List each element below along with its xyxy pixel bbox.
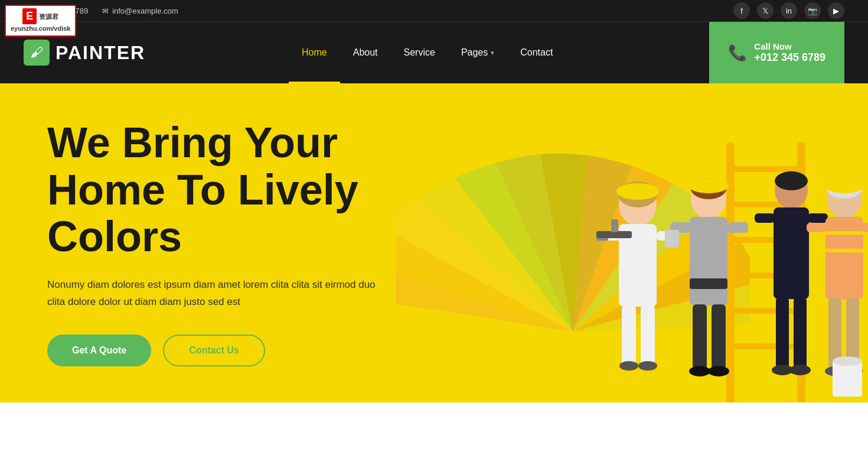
logo-text: PAINTER	[56, 42, 145, 64]
svg-rect-36	[755, 213, 775, 223]
svg-point-34	[775, 171, 808, 190]
svg-rect-15	[641, 306, 655, 365]
hero-buttons: Get A Quote Contact Us	[47, 335, 431, 366]
call-cta[interactable]: 📞 Call Now +012 345 6789	[709, 22, 844, 84]
hero-section: We Bring Your Home To Lively Colors Nonu…	[0, 83, 868, 402]
call-cta-text: Call Now +012 345 6789	[754, 41, 825, 64]
nav-item-home[interactable]: Home	[289, 22, 340, 84]
facebook-icon[interactable]: f	[733, 2, 750, 19]
svg-rect-58	[611, 219, 618, 232]
topbar-email: ✉ info@example.com	[102, 7, 178, 15]
svg-rect-26	[665, 230, 679, 248]
get-quote-button[interactable]: Get A Quote	[47, 335, 151, 366]
svg-rect-23	[690, 278, 727, 289]
topbar: 📞 +012 345 6789 ✉ info@example.com f 𝕏 i…	[0, 0, 868, 21]
navbar: 🖌 PAINTER Home About Service Pages ▾ Con…	[0, 21, 868, 83]
chevron-down-icon: ▾	[491, 49, 494, 57]
hero-content: We Bring Your Home To Lively Colors Nonu…	[47, 119, 431, 366]
topbar-right: f 𝕏 in 📷 ▶	[733, 2, 844, 19]
svg-rect-32	[691, 184, 726, 190]
svg-point-29	[689, 366, 710, 376]
linkedin-icon[interactable]: in	[781, 2, 797, 19]
svg-point-56	[833, 356, 862, 366]
svg-rect-27	[693, 304, 707, 369]
svg-rect-19	[619, 190, 657, 196]
svg-rect-7	[726, 343, 805, 349]
nav-item-pages[interactable]: Pages ▾	[448, 22, 507, 84]
watermark-url: eyunzhu.com/vdisk	[11, 24, 70, 33]
instagram-icon[interactable]: 📷	[804, 2, 821, 19]
call-cta-number: +012 345 6789	[754, 51, 825, 64]
svg-rect-35	[774, 207, 809, 299]
svg-point-17	[638, 361, 657, 371]
contact-us-button[interactable]: Contact Us	[163, 335, 265, 366]
svg-rect-44	[825, 217, 863, 300]
watermark-e-letter: E	[22, 8, 37, 24]
svg-rect-6	[726, 308, 805, 314]
call-icon: 📞	[728, 44, 747, 62]
svg-rect-55	[833, 361, 862, 397]
nav-links: Home About Service Pages ▾ Contact	[289, 22, 566, 84]
workers-illustration	[455, 107, 868, 402]
email-icon: ✉	[102, 7, 109, 15]
svg-point-16	[619, 361, 638, 371]
svg-point-41	[789, 365, 811, 375]
svg-rect-28	[712, 304, 726, 369]
svg-rect-37	[808, 213, 828, 223]
svg-point-30	[708, 366, 729, 376]
nav-item-contact[interactable]: Contact	[507, 22, 566, 84]
svg-rect-47	[807, 223, 827, 232]
call-cta-label: Call Now	[754, 41, 825, 51]
svg-rect-38	[776, 297, 789, 368]
youtube-icon[interactable]: ▶	[828, 2, 844, 19]
nav-item-service[interactable]: Service	[391, 22, 448, 84]
svg-rect-54	[827, 184, 862, 190]
svg-rect-46	[825, 249, 863, 252]
logo[interactable]: 🖌 PAINTER	[24, 40, 145, 66]
svg-rect-25	[727, 222, 748, 233]
svg-rect-14	[622, 306, 636, 365]
logo-icon: 🖌	[24, 40, 50, 66]
hero-image	[455, 83, 868, 402]
svg-rect-39	[794, 297, 807, 368]
svg-rect-22	[690, 217, 727, 306]
hero-title: We Bring Your Home To Lively Colors	[47, 119, 431, 260]
hero-subtitle: Nonumy diam dolores est ipsum diam amet …	[47, 277, 378, 311]
twitter-icon[interactable]: 𝕏	[757, 2, 774, 19]
watermark-brand: 资源君	[39, 12, 58, 21]
svg-rect-48	[862, 223, 868, 232]
watermark: E 资源君 eyunzhu.com/vdisk	[5, 5, 76, 37]
svg-rect-45	[825, 231, 863, 235]
nav-item-about[interactable]: About	[340, 22, 391, 84]
